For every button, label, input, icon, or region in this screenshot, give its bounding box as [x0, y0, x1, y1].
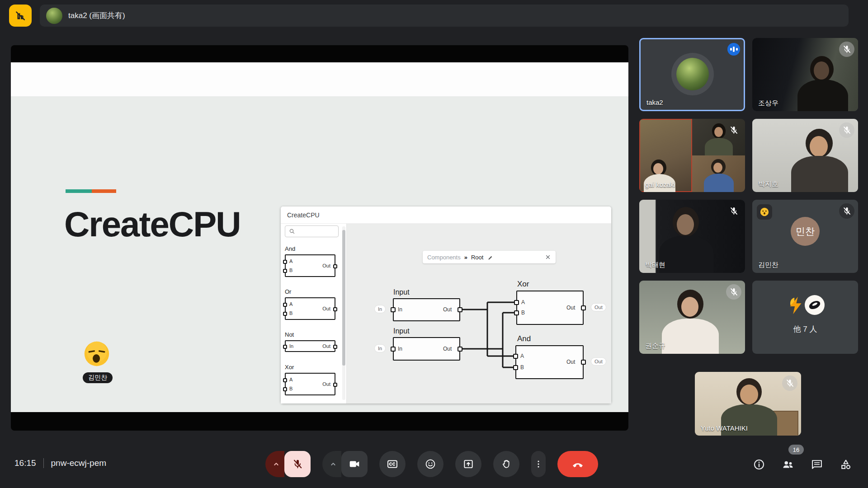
- app-header: CreateCPU: [281, 206, 611, 224]
- chevron-up-icon: [328, 459, 338, 469]
- captions-button[interactable]: [379, 451, 406, 477]
- people-icon: [781, 458, 795, 471]
- show-everyone-button[interactable]: [777, 454, 799, 475]
- presenter-name: taka2 (画面共有): [68, 10, 125, 21]
- participant-tile[interactable]: 조상우: [752, 38, 858, 111]
- port: [283, 387, 287, 391]
- camera-icon: [349, 458, 360, 470]
- presenting-banner[interactable]: taka2 (画面共有): [40, 5, 849, 27]
- close-icon[interactable]: [545, 254, 551, 260]
- mic-options-button[interactable]: [265, 451, 284, 477]
- meeting-info: 16:15 pnw-ecwj-pem: [14, 458, 106, 468]
- participant-tile[interactable]: 박지호: [752, 119, 858, 192]
- participant-count-badge: 16: [788, 445, 804, 455]
- external-in-pill: In: [375, 345, 385, 352]
- port: [283, 269, 287, 273]
- port: [333, 264, 337, 268]
- smiley-icon: [425, 458, 436, 470]
- activities-button[interactable]: [835, 454, 857, 475]
- reaction-author-label: 김민찬: [83, 372, 113, 383]
- phone-hangup-icon: [571, 458, 584, 470]
- mic-off-icon: [782, 375, 797, 391]
- port[interactable]: [391, 347, 396, 352]
- palette-scrollbar[interactable]: [342, 226, 345, 400]
- breadcrumb: Components » Root: [423, 251, 556, 263]
- search-icon: [288, 228, 296, 235]
- meeting-details-button[interactable]: [748, 454, 770, 475]
- reactions-button[interactable]: [417, 451, 443, 477]
- mic-mute-button[interactable]: [284, 451, 311, 477]
- captions-icon: [387, 458, 398, 470]
- participant-name: 김민찬: [758, 261, 778, 269]
- palette-gate-or[interactable]: Or A B Out: [285, 288, 338, 320]
- port[interactable]: [581, 360, 586, 365]
- camera-control: [322, 451, 368, 477]
- clock-time: 16:15: [14, 458, 36, 468]
- slide-title: CreateCPU: [64, 204, 240, 245]
- participant-tile-taka2[interactable]: taka2: [639, 38, 745, 111]
- mic-off-icon: [726, 122, 741, 138]
- cookie-avatar: [805, 295, 825, 315]
- chat-button[interactable]: [806, 454, 828, 475]
- participant-tile[interactable]: 권순규: [639, 281, 745, 354]
- stop-presenting-button[interactable]: [9, 5, 32, 27]
- breadcrumb-current[interactable]: Root: [471, 254, 483, 261]
- port[interactable]: [581, 305, 586, 310]
- meet-window: taka2 (画面共有) CreateCPU 김민찬: [0, 0, 868, 488]
- search-input[interactable]: [285, 225, 339, 237]
- avatar: 민찬: [791, 217, 820, 246]
- port[interactable]: [513, 365, 518, 370]
- port[interactable]: [514, 310, 519, 315]
- palette-gate-not[interactable]: Not In Out: [285, 331, 338, 352]
- external-out-pill: Out: [591, 304, 606, 311]
- participant-tile[interactable]: 민찬 김민찬: [752, 200, 858, 273]
- chat-icon: [811, 458, 823, 471]
- speaking-indicator-icon: [727, 43, 740, 56]
- port: [333, 307, 337, 311]
- mic-off-icon: [839, 122, 854, 138]
- port[interactable]: [513, 354, 518, 359]
- palette-gate-and[interactable]: And A B Out: [285, 245, 338, 277]
- port[interactable]: [514, 300, 519, 305]
- port: [283, 260, 287, 264]
- presentation-slide: CreateCPU 김민찬 CreateCPU: [11, 96, 628, 412]
- divider: [43, 458, 44, 468]
- others-count-label: 他 7 人: [752, 324, 858, 334]
- shared-screen[interactable]: CreateCPU 김민찬 CreateCPU: [11, 45, 628, 431]
- camera-options-button[interactable]: [322, 451, 341, 477]
- participant-tile[interactable]: Yuto WATAHIKI: [695, 372, 801, 436]
- mic-off-icon: [292, 458, 303, 470]
- participant-tile[interactable]: 박태현: [639, 200, 745, 273]
- node-title: Xor: [517, 280, 529, 289]
- edit-pencil-icon[interactable]: [487, 254, 494, 261]
- participant-tile[interactable]: gai kozaki: [639, 119, 745, 192]
- mic-off-icon: [839, 42, 854, 57]
- port[interactable]: [458, 307, 462, 312]
- node-title: And: [517, 334, 531, 343]
- end-call-button[interactable]: [557, 451, 598, 477]
- external-in-pill: In: [375, 305, 385, 313]
- port[interactable]: [458, 347, 462, 352]
- camera-toggle-button[interactable]: [341, 451, 368, 477]
- more-options-button[interactable]: [531, 451, 546, 477]
- participant-name: 권순규: [645, 342, 665, 350]
- node-title: Input: [393, 288, 410, 296]
- participant-name: Yuto WATAHIKI: [701, 424, 748, 432]
- port[interactable]: [391, 307, 396, 312]
- circuit-canvas[interactable]: Components » Root: [347, 224, 611, 404]
- participant-name: 박태현: [645, 261, 665, 269]
- participant-name: gai kozaki: [645, 181, 675, 188]
- createcpu-app-window: CreateCPU And A: [281, 206, 611, 404]
- participant-name: 박지호: [758, 180, 778, 188]
- overflow-participants-tile[interactable]: 他 7 人: [752, 281, 858, 354]
- participant-name: taka2: [646, 99, 663, 106]
- lightning-avatar: [786, 295, 807, 316]
- present-button[interactable]: [455, 451, 481, 477]
- raise-hand-button[interactable]: [493, 451, 519, 477]
- avatar: [676, 58, 709, 90]
- port: [283, 312, 287, 316]
- palette-gate-xor[interactable]: Xor A B Out: [285, 364, 338, 395]
- activities-icon: [839, 458, 853, 471]
- breadcrumb-components[interactable]: Components: [427, 254, 461, 261]
- open-mouth-emoji: [757, 204, 772, 220]
